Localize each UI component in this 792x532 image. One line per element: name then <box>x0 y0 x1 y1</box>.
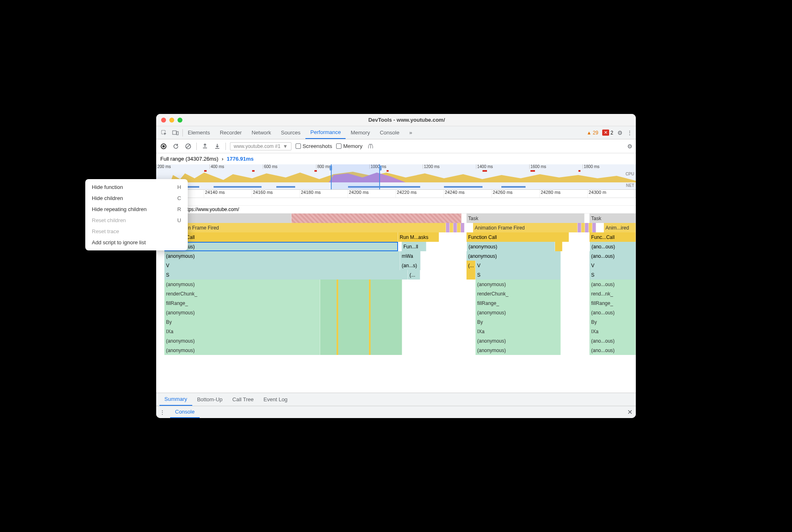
flame-block[interactable]: (anonymous) <box>467 242 555 251</box>
flame-block[interactable]: IXa <box>589 327 636 336</box>
flame-block[interactable]: (anonymous) <box>164 346 320 355</box>
selection-label[interactable]: 1776.91ms <box>227 156 254 162</box>
flame-block[interactable] <box>589 223 592 232</box>
more-icon[interactable]: ⋮ <box>627 130 633 136</box>
flame-block[interactable]: IXa <box>164 327 320 336</box>
flame-block[interactable] <box>320 336 402 346</box>
flame-block[interactable]: By <box>476 317 561 327</box>
context-menu-item[interactable]: Hide functionH <box>156 182 188 193</box>
flame-block[interactable] <box>457 223 461 232</box>
flame-block[interactable]: IXa <box>476 327 561 336</box>
flame-block[interactable]: Animation Frame Fired <box>473 223 578 232</box>
main-track-header[interactable]: ▼ Main — https://www.youtube.com/ <box>156 206 636 214</box>
flame-block[interactable] <box>467 270 476 280</box>
device-icon[interactable] <box>171 128 180 137</box>
profile-select[interactable]: www.youtube.com #1 ▼ <box>230 142 291 150</box>
more-tabs-icon[interactable]: » <box>404 126 417 139</box>
memory-checkbox[interactable]: Memory <box>336 143 362 149</box>
flame-block[interactable] <box>320 289 402 298</box>
full-range-label[interactable]: Full range (34307.26ms) <box>160 156 218 162</box>
flame-block[interactable]: V <box>164 261 400 270</box>
tab-sources[interactable]: Sources <box>276 126 305 139</box>
panel-settings-icon[interactable]: ⚙ <box>627 143 633 150</box>
flame-block[interactable] <box>578 223 581 232</box>
tab-memory[interactable]: Memory <box>346 126 375 139</box>
tab-recorder[interactable]: Recorder <box>215 126 246 139</box>
btab-summary[interactable]: Summary <box>159 393 192 406</box>
flame-block[interactable]: By <box>164 317 320 327</box>
flame-block-long-task[interactable] <box>291 214 462 223</box>
settings-icon[interactable]: ⚙ <box>617 130 623 136</box>
btab-bottom-up[interactable]: Bottom-Up <box>192 393 228 406</box>
flame-block[interactable] <box>555 242 562 251</box>
flame-block[interactable]: Run M...asks <box>398 232 439 242</box>
inspect-icon[interactable] <box>159 128 168 137</box>
flame-block[interactable] <box>592 223 596 232</box>
flame-block[interactable]: Animation Frame Fired <box>167 223 446 232</box>
flame-block[interactable]: (... <box>467 261 476 270</box>
flame-block[interactable]: (ano...ous) <box>589 336 636 346</box>
flame-block[interactable] <box>320 346 402 355</box>
flame-block[interactable]: (anonymous) <box>164 280 320 289</box>
zoom-dot[interactable] <box>178 118 182 123</box>
flame-block[interactable]: (ano...ous) <box>589 280 636 289</box>
screenshots-checkbox[interactable]: Screenshots <box>296 143 332 149</box>
context-menu-item[interactable]: Hide repeating childrenR <box>156 204 188 215</box>
flame-block[interactable] <box>320 317 402 327</box>
flame-block[interactable]: V <box>589 261 636 270</box>
flame-block[interactable]: S <box>589 270 636 280</box>
flame-block[interactable] <box>320 280 402 289</box>
upload-icon[interactable] <box>201 142 209 150</box>
flame-block[interactable]: Anim...ired <box>604 223 636 232</box>
flame-block[interactable]: (anonymous) <box>164 251 400 261</box>
flame-block[interactable]: (anonymous) <box>164 308 320 317</box>
flame-block[interactable] <box>446 223 450 232</box>
flame-block[interactable] <box>581 223 585 232</box>
clear-button[interactable] <box>184 142 192 150</box>
overview-selection[interactable] <box>331 164 380 189</box>
flame-block[interactable] <box>320 327 402 336</box>
flame-block[interactable]: fillRange_ <box>589 298 636 308</box>
overview-strip[interactable]: 200 ms 400 ms 600 ms 800 ms 1000 ms 1200… <box>156 164 636 190</box>
errors-badge[interactable]: ✕2 <box>602 130 613 136</box>
reload-button[interactable] <box>172 142 180 150</box>
flame-block[interactable]: (ano...ous) <box>589 346 636 355</box>
btab-call-tree[interactable]: Call Tree <box>228 393 259 406</box>
flame-block[interactable]: (anonymous) <box>476 308 561 317</box>
flame-block[interactable]: By <box>589 317 636 327</box>
flame-block[interactable]: Fun...ll <box>402 242 426 251</box>
flame-block[interactable] <box>461 223 464 232</box>
context-menu-item[interactable]: Hide childrenC <box>156 193 188 204</box>
console-drawer-tab[interactable]: Console <box>170 406 200 418</box>
flame-block[interactable] <box>585 223 589 232</box>
flame-block[interactable] <box>320 308 402 317</box>
tab-elements[interactable]: Elements <box>183 126 215 139</box>
flame-block[interactable]: (ano...ous) <box>589 308 636 317</box>
flame-block[interactable]: fillRange_ <box>164 298 320 308</box>
flame-block[interactable]: mWa <box>400 251 421 261</box>
flame-block[interactable]: (ano...ous) <box>590 242 636 251</box>
flame-block[interactable]: (anonymous) <box>476 346 561 355</box>
flame-block[interactable]: V <box>476 261 561 270</box>
context-menu-item[interactable]: Add script to ignore list <box>156 237 188 248</box>
close-drawer-icon[interactable]: ✕ <box>627 408 633 416</box>
record-button[interactable] <box>159 142 168 150</box>
flame-block[interactable]: Function Call <box>467 232 569 242</box>
tab-performance[interactable]: Performance <box>305 126 346 139</box>
download-icon[interactable] <box>213 142 221 150</box>
flame-block[interactable]: S <box>476 270 561 280</box>
flame-block[interactable] <box>320 298 402 308</box>
minimize-dot[interactable] <box>169 118 174 123</box>
flame-block[interactable]: (anonymous) <box>467 251 561 261</box>
drawer-more-icon[interactable]: ⋮ <box>159 409 165 416</box>
timeline-ruler[interactable]: 120 ms 24140 ms 24160 ms 24180 ms 24200 … <box>156 190 636 198</box>
flame-block[interactable]: Task <box>467 214 585 223</box>
flame-block[interactable]: (anonymous) <box>476 336 561 346</box>
flame-block[interactable] <box>453 223 457 232</box>
flame-block[interactable]: (anonymous) <box>164 336 320 346</box>
flame-block[interactable]: (anonymous) <box>476 280 561 289</box>
flame-block[interactable]: (... <box>408 270 420 280</box>
flame-block[interactable] <box>450 223 453 232</box>
flame-block[interactable]: (an...s) <box>400 261 421 270</box>
flame-block[interactable]: Func...Call <box>589 232 636 242</box>
